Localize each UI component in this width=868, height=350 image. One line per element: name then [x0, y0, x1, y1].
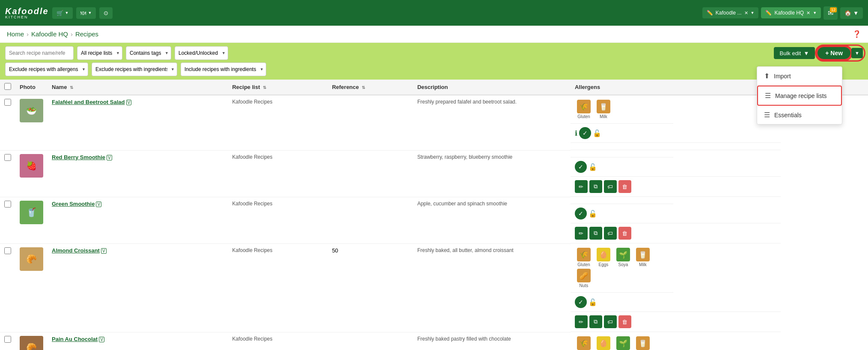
nav-btn-cart[interactable]: 🛒 ▼: [52, 7, 73, 19]
dropdown-import[interactable]: ⬆ Import: [757, 67, 842, 86]
top-navigation: Kafoodle KITCHEN 🛒 ▼ 🍽 ▼ ⊙ ✏️ Kafoodle .…: [0, 0, 868, 26]
tab-kafoodle-caret[interactable]: ▼: [751, 11, 755, 15]
bulk-edit-caret: ▼: [803, 50, 809, 56]
allergen-label: Nuts: [580, 283, 589, 288]
allergen-badge: 🥛Milk: [634, 336, 652, 350]
lock-icon[interactable]: 🔓: [589, 210, 597, 218]
allergen-icon-soya: 🌱: [616, 336, 630, 350]
row-checkbox[interactable]: [4, 154, 11, 161]
tab-kafoodle-hq[interactable]: ✏️ Kafoodle HQ ✕ ▼: [761, 7, 821, 18]
allergens-cell: [571, 150, 673, 157]
tags-filter[interactable]: Contains tags ▼: [126, 46, 171, 60]
tab-kafoodle-label: Kafoodle ...: [716, 10, 742, 16]
delete-button[interactable]: 🗑: [618, 315, 631, 328]
copy-button[interactable]: ⧉: [589, 180, 602, 193]
recipe-list-filter[interactable]: All recipe lists ▼: [77, 46, 122, 60]
row-checkbox[interactable]: [4, 99, 11, 106]
description-cell: Strawberry, raspberry, blueberry smoothi…: [413, 150, 571, 197]
recipe-list-header[interactable]: Recipe list ⇅: [228, 80, 327, 95]
recipe-name-link[interactable]: Falaféel and Beetroot Salad: [52, 99, 125, 105]
reference-cell: [328, 95, 413, 150]
description-cell: Apple, cucumber and spinach smoothie: [413, 197, 571, 243]
breadcrumb-kafoodle-hq[interactable]: Kafoodle HQ: [31, 30, 68, 38]
veg-icon: V: [96, 202, 101, 207]
reference-cell: [328, 150, 413, 197]
delete-button[interactable]: 🗑: [618, 180, 631, 193]
select-all-checkbox[interactable]: [4, 83, 11, 90]
row-checkbox[interactable]: [4, 247, 11, 254]
recipe-name-link[interactable]: Almond Croissant: [52, 247, 100, 254]
lock-icon[interactable]: 🔓: [589, 163, 597, 171]
filter-row-2: Exclude recipes with allergens ▼ Exclude…: [5, 62, 863, 76]
help-icon[interactable]: ❓: [853, 30, 861, 38]
photo-cell: 🥗: [15, 95, 48, 150]
lock-icon[interactable]: 🔓: [589, 298, 597, 306]
row-checkbox-cell: [0, 332, 15, 350]
name-header[interactable]: Name ⇅: [48, 80, 228, 95]
row-checkbox-cell: [0, 197, 15, 243]
actions-cell: ✏⧉🏷🗑: [571, 223, 781, 243]
edit-button[interactable]: ✏: [575, 315, 588, 328]
exclude-allergens-filter[interactable]: Exclude recipes with allergens ▼: [5, 62, 88, 76]
recipes-table: Photo Name ⇅ Recipe list ⇅ Reference ⇅ D…: [0, 80, 868, 350]
name-cell: Pain Au ChocolatV: [48, 332, 228, 350]
new-button-caret[interactable]: ▼: [851, 48, 863, 58]
nav-btn-dining[interactable]: 🍽 ▼: [76, 7, 96, 19]
allergen-icon-gluten: 🌾: [577, 100, 591, 113]
locked-cell: ✓🔓: [571, 157, 781, 177]
recipe-name-link[interactable]: Pain Au Chocolat: [52, 336, 98, 342]
tab-kafoodle-close[interactable]: ✕: [744, 10, 748, 16]
copy-button[interactable]: ⧉: [589, 227, 602, 240]
recipe-list-cell: Kafoodle Recipes: [228, 332, 327, 350]
name-cell: Almond CroissantV: [48, 243, 228, 332]
veg-icon: V: [101, 248, 107, 254]
lock-icon[interactable]: 🔓: [593, 129, 601, 137]
search-input[interactable]: [5, 46, 74, 60]
locked-select[interactable]: Locked/Unlocked: [175, 46, 228, 60]
reference-header[interactable]: Reference ⇅: [328, 80, 413, 95]
copy-button[interactable]: ⧉: [589, 315, 602, 328]
exclude-allergens-select[interactable]: Exclude recipes with allergens: [5, 62, 88, 76]
table-row: 🥐Pain Au ChocolatVKafoodle RecipesFreshl…: [0, 332, 868, 350]
reference-cell: 50: [328, 243, 413, 332]
row-checkbox[interactable]: [4, 201, 11, 208]
dropdown-manage-recipe-lists[interactable]: ☰ Manage recipe lists: [757, 86, 842, 106]
breadcrumb: Home › Kafoodle HQ › Recipes ❓: [0, 26, 868, 43]
info-icon[interactable]: ℹ: [575, 129, 577, 137]
locked-cell: ✓🔓: [571, 293, 781, 312]
tab-kafoodle[interactable]: ✏️ Kafoodle ... ✕ ▼: [702, 7, 759, 18]
recipe-name-link[interactable]: Green Smoothie: [52, 201, 95, 207]
delete-button[interactable]: 🗑: [618, 227, 631, 240]
reference-cell: [328, 332, 413, 350]
new-button[interactable]: + New: [817, 47, 850, 59]
nav-btn-target[interactable]: ⊙: [99, 7, 113, 19]
tags-select[interactable]: Contains tags: [126, 46, 171, 60]
include-ingredients-filter[interactable]: Include recipes with ingredients ▼: [181, 62, 266, 76]
recipe-list-cell: Kafoodle Recipes: [228, 197, 327, 243]
row-checkbox[interactable]: [4, 336, 11, 343]
tab-kafoodle-hq-caret[interactable]: ▼: [813, 11, 817, 15]
tab-kafoodle-hq-close[interactable]: ✕: [806, 10, 810, 16]
tag-button[interactable]: 🏷: [604, 227, 617, 240]
name-cell: Falaféel and Beetroot SaladV: [48, 95, 228, 150]
tag-button[interactable]: 🏷: [604, 315, 617, 328]
recipe-photo: 🥐: [20, 336, 43, 350]
mail-button[interactable]: ✉ 12: [823, 6, 838, 20]
bulk-edit-button[interactable]: Bulk edit ▼: [774, 47, 815, 59]
include-ingredients-select[interactable]: Include recipes with ingredients: [181, 62, 266, 76]
home-button[interactable]: 🏠 ▼: [840, 7, 863, 19]
dropdown-essentials[interactable]: ☰ Essentials: [757, 106, 842, 124]
recipe-list-select[interactable]: All recipe lists: [77, 46, 122, 60]
locked-filter[interactable]: Locked/Unlocked ▼: [175, 46, 228, 60]
edit-button[interactable]: ✏: [575, 180, 588, 193]
filter-bar: All recipe lists ▼ Contains tags ▼ Locke…: [0, 43, 868, 80]
recipe-list-cell: Kafoodle Recipes: [228, 150, 327, 197]
edit-button[interactable]: ✏: [575, 227, 588, 240]
exclude-ingredients-select[interactable]: Exclude recipes with ingredients: [92, 62, 177, 76]
recipe-name-link[interactable]: Red Berry Smoothie: [52, 154, 105, 160]
allergen-badge: 🥜Nuts: [575, 269, 593, 288]
tag-button[interactable]: 🏷: [604, 180, 617, 193]
exclude-ingredients-filter[interactable]: Exclude recipes with ingredients ▼: [92, 62, 177, 76]
photo-cell: 🍓: [15, 150, 48, 197]
breadcrumb-home[interactable]: Home: [7, 30, 24, 38]
